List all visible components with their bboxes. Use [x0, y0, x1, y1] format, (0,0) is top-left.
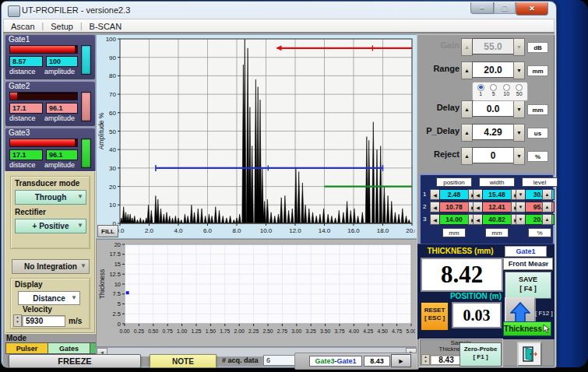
svg-text:90: 90	[109, 54, 116, 61]
svg-text:3.25: 3.25	[306, 328, 316, 334]
gate-position-value[interactable]: 14.00	[439, 214, 469, 225]
svg-text:0.75: 0.75	[163, 328, 173, 334]
gate-width-value[interactable]: 12.41	[482, 202, 512, 212]
gate-position-value[interactable]: 2.48	[439, 189, 469, 200]
decrement-icon[interactable]: ▼	[513, 147, 525, 165]
gate-ref-box[interactable]: Gate1	[505, 246, 547, 257]
decrement-icon[interactable]: ▼	[513, 124, 525, 142]
thickness-mode-button[interactable]: Thickness	[503, 321, 551, 336]
svg-text:2.50: 2.50	[262, 328, 273, 334]
gate-amplitude-bar	[9, 139, 78, 147]
display-dropdown[interactable]: Distance ▼	[18, 291, 80, 305]
chevron-down-icon: ▼	[80, 262, 86, 269]
gate-diff-label: Gate3 - Gate1	[309, 356, 362, 367]
rectifier-label: Rectifier	[15, 208, 46, 216]
velocity-field[interactable]: 5930	[22, 315, 65, 327]
gate-diff-value: 8.43	[364, 356, 390, 367]
play-icon[interactable]: ►	[391, 354, 411, 367]
control-row-reject: Reject▲0▼%	[417, 147, 553, 164]
svg-text:4.00: 4.00	[349, 328, 359, 334]
svg-text:2.5: 2.5	[113, 311, 121, 318]
gate-distance-field: 17.1	[9, 103, 43, 114]
decrement-icon[interactable]: ▼	[513, 100, 525, 118]
sample-thickness-spinner[interactable]: ▲▼	[421, 354, 430, 365]
right-panel: Gain▲55.0▼dBRange▲20.0▼mmDelay▲0.0▼mmP_D…	[417, 34, 555, 367]
fill-button[interactable]: FILL	[97, 225, 118, 237]
svg-text:1.25: 1.25	[191, 328, 201, 334]
svg-text:4.0: 4.0	[174, 227, 183, 234]
mode-tab-pulser[interactable]: Pulser	[5, 342, 48, 354]
svg-text:12.5: 12.5	[109, 271, 121, 278]
step-radio-50[interactable]: 50	[516, 83, 523, 100]
sample-thickness-field[interactable]: 8.43	[430, 355, 463, 365]
window-title: UT-PROFILER - versione2.3	[22, 5, 130, 15]
reset-button[interactable]: RESET [ ESC ]	[421, 302, 449, 331]
zero-probe-button[interactable]: Zero-Probe [ F1 ]	[459, 342, 502, 367]
acq-data-field[interactable]: 6	[263, 355, 297, 366]
increment-icon[interactable]: ▲	[461, 147, 473, 165]
gates-table: positionwidthlevel1◀2.48▶◀15.48▶▼30.1▲2◀…	[419, 174, 555, 245]
gate-amplitude-bar	[9, 92, 78, 100]
transducer-mode-dropdown[interactable]: Through ▼	[15, 190, 86, 205]
position-display: 0.03	[452, 302, 502, 328]
gate-level-inc-icon[interactable]: ▲	[542, 214, 552, 225]
gate-title: Gate1	[9, 35, 30, 44]
gate-level-inc-icon[interactable]: ▲	[542, 189, 552, 200]
gate-level-inc-icon[interactable]: ▲	[542, 202, 552, 212]
velocity-spinner[interactable]: ▲▼	[13, 314, 22, 327]
control-value[interactable]: 0.0	[472, 100, 514, 117]
menu-item-setup[interactable]: Setup	[44, 21, 80, 32]
step-radio-1[interactable]: 1	[477, 83, 484, 100]
svg-text:6.0: 6.0	[203, 227, 213, 234]
minimize-button-icon[interactable]: –	[470, 2, 494, 14]
decrement-icon[interactable]: ▼	[513, 61, 525, 79]
gate-position-value[interactable]: 10.78	[439, 202, 469, 212]
increment-icon[interactable]: ▲	[461, 124, 473, 142]
gate-width-value[interactable]: 40.82	[482, 214, 512, 225]
left-settings-panel: Transducer mode Through ▼ Rectifier + Po…	[5, 171, 96, 334]
freeze-button[interactable]: FREEZE	[9, 354, 141, 368]
control-value[interactable]: 20.0	[472, 61, 514, 78]
svg-text:2.75: 2.75	[277, 328, 287, 334]
step-radio-5[interactable]: 5	[490, 83, 497, 100]
f12-key-label: [ F12 ]	[535, 310, 553, 317]
radio-label: 50	[516, 91, 523, 97]
gate-amplitude-label: amplitude	[44, 114, 75, 122]
exit-button[interactable]	[517, 342, 542, 367]
svg-text:2.0: 2.0	[145, 227, 154, 234]
svg-text:8.0: 8.0	[232, 227, 241, 234]
bottom-bar: FREEZE NOTE # acq. data 6 Gate3 - Gate1 …	[3, 354, 417, 367]
range-step-radio-group[interactable]: 151050	[472, 82, 528, 101]
maximize-button-icon[interactable]: ▢	[494, 2, 516, 14]
svg-text:17.5: 17.5	[109, 251, 121, 258]
integration-dropdown[interactable]: No Integration ▼	[12, 259, 90, 274]
svg-text:7.5: 7.5	[113, 290, 121, 297]
svg-text:4.50: 4.50	[378, 328, 388, 334]
note-button[interactable]: NOTE	[150, 354, 217, 368]
svg-text:3.50: 3.50	[320, 328, 330, 334]
svg-text:20.0: 20.0	[406, 227, 415, 234]
menu-item-ascan[interactable]: Ascan	[4, 21, 42, 32]
step-radio-10[interactable]: 10	[503, 83, 510, 100]
svg-text:0.50: 0.50	[148, 328, 158, 334]
close-button-icon[interactable]: ✕	[516, 2, 548, 16]
svg-text:2.25: 2.25	[248, 328, 259, 334]
ascan-plot: 01020304050607080901000.02.04.06.08.010.…	[97, 35, 415, 237]
rectifier-dropdown[interactable]: + Positive ▼	[15, 219, 86, 233]
app-window: UT-PROFILER - versione2.3 – ▢ ✕ Ascan|Se…	[1, 1, 557, 368]
meas-mode-dropdown[interactable]: Front Meas. ▼	[503, 258, 553, 270]
svg-text:10: 10	[109, 202, 116, 209]
gate-distance-field: 17.1	[9, 149, 43, 160]
control-value[interactable]: 0	[472, 147, 514, 163]
control-value[interactable]: 4.29	[472, 124, 514, 140]
thickness-title: THICKNESS (mm)	[417, 247, 503, 255]
gate-width-value[interactable]: 15.48	[482, 189, 512, 200]
thickness-chart: 02.557.51012.51517.5200.000.250.500.751.…	[96, 239, 417, 347]
increment-icon[interactable]: ▲	[461, 100, 473, 118]
svg-text:80: 80	[109, 72, 116, 79]
svg-text:40: 40	[109, 146, 116, 153]
increment-icon[interactable]: ▲	[461, 61, 473, 79]
mode-tab-gates[interactable]: Gates	[48, 342, 90, 354]
chevron-down-icon: ▼	[77, 193, 83, 200]
menu-item-b-scan[interactable]: B-SCAN	[83, 21, 129, 32]
